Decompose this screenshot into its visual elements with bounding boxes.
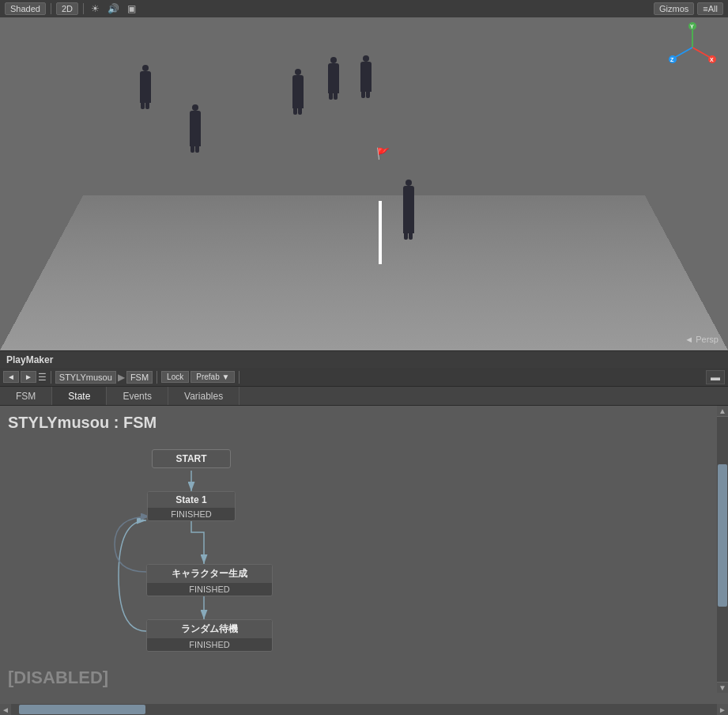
tab-state[interactable]: State bbox=[52, 387, 107, 405]
canvas-vscroll[interactable]: ▲ ▼ bbox=[717, 406, 728, 693]
state1-node[interactable]: State 1 FINISHED bbox=[147, 491, 236, 521]
svg-text:Y: Y bbox=[690, 24, 694, 29]
svg-line-3 bbox=[692, 47, 711, 58]
pm-toolbar: ◄ ► ☰ STYLYmusou ▶ FSM Lock Prefab ▼ ▬ bbox=[0, 368, 728, 387]
disabled-label: [DISABLED] bbox=[8, 668, 108, 688]
chara-title: キャラクター生成 bbox=[147, 565, 272, 583]
tab-variables[interactable]: Variables bbox=[168, 387, 240, 405]
character-6 bbox=[403, 186, 414, 233]
pm-main: STYLYmusou : FSM bbox=[0, 406, 728, 704]
fsm-arrows bbox=[0, 406, 728, 704]
character-5 bbox=[360, 62, 372, 92]
audio-icon[interactable]: 🔊 bbox=[105, 3, 122, 14]
vscroll-up-btn[interactable]: ▲ bbox=[717, 406, 728, 417]
pm-menu-icon[interactable]: ☰ bbox=[38, 372, 47, 383]
image-icon[interactable]: ▣ bbox=[125, 3, 138, 14]
pm-tabs: FSM State Events Variables bbox=[0, 387, 728, 406]
chara-event: FINISHED bbox=[147, 583, 272, 596]
pm-arrow-sep: ▶ bbox=[118, 372, 125, 383]
pole-object bbox=[379, 201, 382, 264]
svg-text:Z: Z bbox=[670, 57, 674, 62]
pm-title-text: PlayMaker bbox=[6, 354, 53, 365]
scene-gizmo: Y X Z bbox=[665, 20, 720, 75]
viewport-toolbar: Shaded 2D ☀ 🔊 ▣ Gizmos ≡All bbox=[0, 0, 728, 17]
random-title: ランダム待機 bbox=[147, 620, 272, 638]
persp-label: ◄ Persp bbox=[685, 335, 719, 344]
vscroll-thumb[interactable] bbox=[718, 464, 727, 607]
mode-2d-btn[interactable]: 2D bbox=[56, 2, 78, 15]
pm-titlebar: PlayMaker bbox=[0, 350, 728, 368]
fsm-title: STYLYmusou : FSM bbox=[8, 414, 157, 432]
vscroll-down-btn[interactable]: ▼ bbox=[717, 682, 728, 693]
pm-prev-btn[interactable]: ◄ bbox=[3, 371, 19, 383]
toolbar-divider bbox=[51, 3, 51, 14]
character-1 bbox=[140, 71, 151, 103]
svg-line-6 bbox=[674, 47, 692, 58]
pm-prefab-btn[interactable]: Prefab ▼ bbox=[190, 371, 235, 383]
character-2 bbox=[190, 111, 201, 146]
toolbar-divider2 bbox=[83, 3, 84, 14]
pm-toolbar-right: ▬ bbox=[706, 369, 725, 384]
tab-events[interactable]: Events bbox=[107, 387, 168, 405]
random-node[interactable]: ランダム待機 FINISHED bbox=[146, 619, 273, 652]
pm-lock-btn[interactable]: Lock bbox=[161, 371, 189, 383]
character-3 bbox=[292, 75, 304, 108]
state1-event: FINISHED bbox=[148, 508, 235, 520]
random-event: FINISHED bbox=[147, 638, 272, 651]
pm-sep2 bbox=[157, 371, 157, 384]
flag-object: 🚩 bbox=[376, 147, 390, 160]
tab-fsm[interactable]: FSM bbox=[0, 387, 52, 405]
pm-next-btn[interactable]: ► bbox=[21, 371, 36, 383]
pm-hscroll: ◄ ► bbox=[0, 704, 728, 715]
gizmos-btn[interactable]: Gizmos bbox=[654, 2, 694, 15]
hscroll-thumb[interactable] bbox=[19, 705, 145, 714]
hscroll-right-btn[interactable]: ► bbox=[717, 704, 728, 715]
state1-title: State 1 bbox=[148, 492, 235, 508]
playmaker-panel: PlayMaker ◄ ► ☰ STYLYmusou ▶ FSM Lock Pr… bbox=[0, 350, 728, 715]
shaded-dropdown[interactable]: Shaded bbox=[5, 2, 46, 15]
pm-sep3 bbox=[239, 371, 240, 384]
vscroll-track bbox=[717, 417, 728, 682]
character-4 bbox=[328, 63, 339, 93]
hscroll-left-btn[interactable]: ◄ bbox=[0, 704, 11, 715]
hscroll-track bbox=[11, 704, 717, 715]
toolbar-right: Gizmos ≡All bbox=[654, 2, 723, 15]
start-node[interactable]: START bbox=[152, 449, 231, 468]
svg-text:X: X bbox=[710, 57, 714, 62]
floor-plane bbox=[0, 195, 728, 350]
pm-collapse-btn[interactable]: ▬ bbox=[706, 370, 725, 384]
scene-viewport: Shaded 2D ☀ 🔊 ▣ Gizmos ≡All 🚩 Y X bbox=[0, 0, 728, 350]
sun-icon[interactable]: ☀ bbox=[89, 3, 102, 14]
chara-node[interactable]: キャラクター生成 FINISHED bbox=[146, 564, 273, 596]
pm-canvas[interactable]: STYLYmusou : FSM bbox=[0, 406, 728, 704]
all-filter-btn[interactable]: ≡All bbox=[697, 2, 723, 15]
pm-sep1 bbox=[51, 371, 51, 384]
pm-object-dropdown[interactable]: STYLYmusou bbox=[55, 371, 116, 384]
pm-fsm-dropdown[interactable]: FSM bbox=[126, 371, 153, 384]
